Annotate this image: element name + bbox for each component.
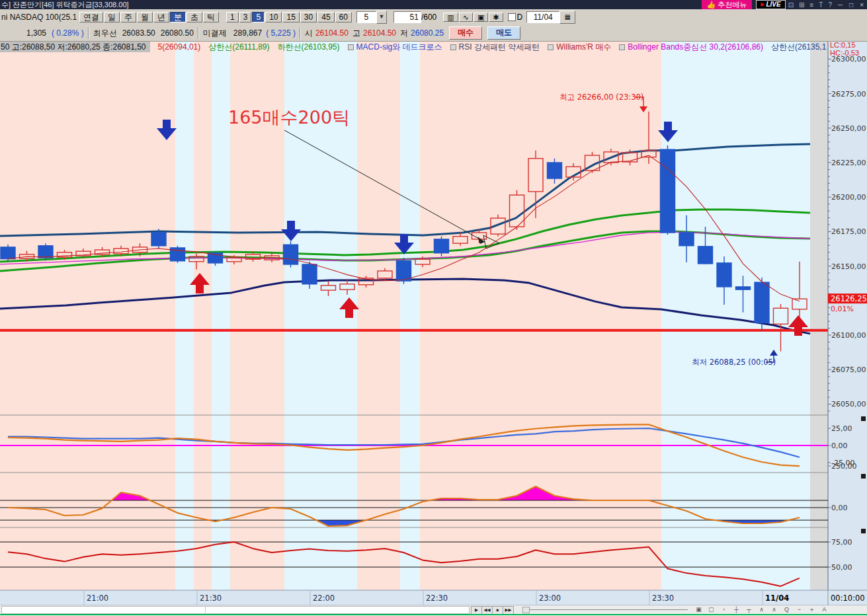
open-interest-label: 미결제 [203,28,227,39]
status-strip [0,614,867,615]
bottom-toolbar: ▶◀◀■▶▶ ▣▢▫┼┬∧∧Q−＋A [0,605,867,614]
window-cascade-icon[interactable]: ⊞ [796,1,807,9]
help-icon[interactable]: ? [825,1,835,9]
tool-icon[interactable]: ┬ [743,605,755,614]
lock-icon[interactable]: ≡ [807,1,817,9]
chart-canvas[interactable]: 165매수200틱최고 26266,00 (23:30)최저 26088,25 … [0,0,867,616]
legend-bullet-icon [619,44,625,50]
price-tick-label: 26225,00 [831,159,866,167]
bar-total-label: /600 [421,13,436,22]
panel-resize-handle [861,529,866,533]
change-value: 1,305 [0,28,46,38]
chart-toolbar: ni NASDAQ 100(25.1 연결일주월년분초틱 13510153045… [0,9,867,26]
indicator-tick-label: 50,00 [831,563,852,572]
save-icon[interactable]: ▣ [474,13,488,22]
peak2-icon[interactable]: ∧ [768,605,780,614]
zoom-slider-thumb[interactable] [522,607,530,613]
bar-count-input[interactable]: 51 [393,11,421,23]
legend-item-1: 상한선(26111,89) [208,42,269,52]
window2-icon[interactable]: ▢ [706,605,717,614]
candle-23:05 [548,163,562,178]
high-annotation: 최고 26266,00 (23:30) [559,93,643,102]
price-tick-label: 26275,00 [831,90,866,98]
panel-resize-handle [861,416,866,421]
zoom-out-button[interactable]: − [794,605,805,614]
time-tick-label: 21:00 [87,594,108,603]
minute-button-45[interactable]: 45 [317,12,334,22]
window-title: 수] 잔존만기[46] 위탁증거금[33,308.00] [0,0,129,9]
horizontal-scrollbar[interactable] [1,606,470,614]
candle-22:25 [397,261,411,281]
price-tick-label: 26150,00 [831,262,866,271]
candle-23:55 [736,287,751,289]
price-tick-label: 26075,00 [831,366,866,374]
minute-button-60[interactable]: 60 [335,12,352,22]
current-change-label: 0,01% [831,305,854,313]
maximize-button[interactable]: □ [846,1,856,9]
settings-icon[interactable]: ✱ [489,13,503,22]
note-annotation: 165매수200틱 [228,107,350,128]
minute-button-30[interactable]: 30 [300,12,317,22]
calendar-icon[interactable]: ▦ [559,11,575,24]
current-price-label: 26126,25 [831,294,867,303]
minute-button-5[interactable]: 5 [252,12,265,22]
candle-21:20 [151,233,166,246]
lc-value: LC:0,15 [830,41,859,49]
chevron-down-icon[interactable]: ▼ [376,11,387,24]
clock-label: 00:10:00 [831,594,865,603]
add-candle-icon[interactable]: ▥ [443,13,458,22]
recommend-menu-button[interactable]: 👍추천메뉴 [702,0,753,9]
zoom-slider-track[interactable] [529,609,688,610]
live-button[interactable]: ▶LIVE [756,0,785,9]
time-tick-label: 21:30 [200,594,222,603]
candle-00:00 [755,282,769,323]
tick-count-select[interactable]: 5 [356,11,376,23]
low-value: 26080.25 [411,28,444,38]
d-checkbox[interactable] [508,13,516,21]
candle-21:55 [284,245,298,264]
candle-23:45 [698,247,713,264]
dashed-box-icon[interactable]: ▫ [718,605,729,614]
text-tool-button[interactable]: A [819,605,830,614]
sell-button[interactable]: 매도 [487,26,520,40]
panel-resize-handle [861,474,866,479]
peak-icon[interactable]: ∧ [756,605,767,614]
minute-button-1[interactable]: 1 [226,12,239,22]
minute-button-3[interactable]: 3 [239,12,252,22]
open-interest: 289,867 [233,28,262,38]
time-tick-label: 23:00 [539,594,561,603]
period-button-초[interactable]: 초 [186,12,202,22]
date-field[interactable]: 11/04 [526,11,559,23]
high-label: 고 [352,28,360,39]
indicator-tick-label: 75,00 [831,538,852,547]
close-button[interactable]: × [856,1,867,9]
period-button-일[interactable]: 일 [104,12,120,22]
buy-button[interactable]: 매수 [449,26,482,40]
crosshair-icon[interactable]: ┼ [731,605,742,614]
period-button-분[interactable]: 분 [170,12,186,22]
period-button-주[interactable]: 주 [120,12,136,22]
best-bid: 26083.50 [122,28,155,38]
legend-item-5: Williams'R 매수 [548,42,611,52]
high-value: 26104.50 [363,28,396,38]
window-icon[interactable]: ▣ [693,605,704,614]
minute-button-10[interactable]: 10 [265,12,282,22]
add-line-icon[interactable]: ∿ [459,13,473,22]
zoom-icon[interactable]: Q [781,605,792,614]
indicator-tick-label: 25,00 [831,424,852,433]
window-tile-icon[interactable]: ⊡ [786,1,796,9]
period-button-틱[interactable]: 틱 [203,12,219,22]
legend-bullet-icon [348,44,354,50]
text-tool-icon[interactable]: T [816,1,825,9]
zoom-in-button[interactable]: ＋ [806,605,817,614]
minimize-button[interactable]: ─ [835,1,846,9]
period-button-월[interactable]: 월 [137,12,153,22]
legend-bullet-icon [450,44,456,50]
period-button-년[interactable]: 년 [153,12,169,22]
candle-23:50 [717,263,731,287]
low-annotation: 최저 26088,25 (00:05) [692,358,776,367]
period-button-연결[interactable]: 연결 [79,12,103,22]
legend-item-2: 하한선(26103,95) [278,42,340,52]
indicator-legend: 50 고:26088,50 저:26080,25 종:26081,50 5(26… [0,42,827,52]
minute-button-15[interactable]: 15 [282,12,299,22]
